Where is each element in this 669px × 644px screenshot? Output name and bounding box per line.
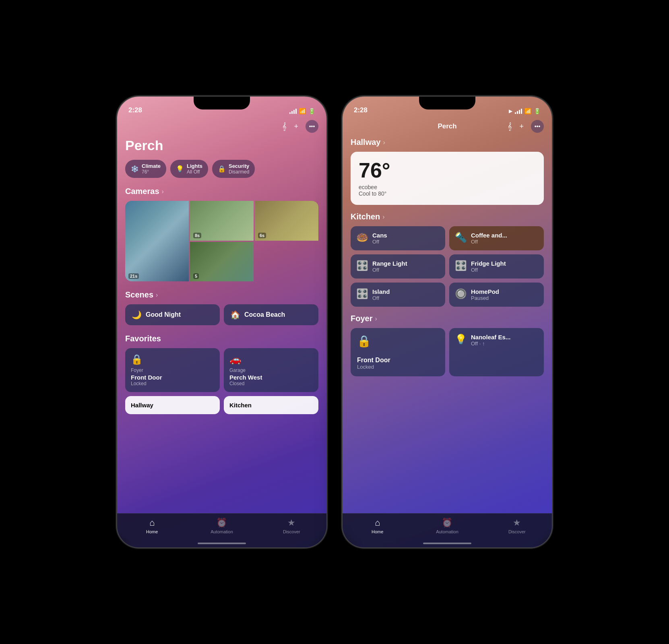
- nav-title-2: Perch: [438, 122, 456, 130]
- nanoleaf-info: Nanoleaf Es... Off · ↑: [471, 334, 538, 347]
- camera-cell-2[interactable]: 8s: [190, 201, 254, 241]
- foyer-section-title: Foyer: [351, 314, 372, 323]
- island-card[interactable]: 🎛️ Island Off: [351, 283, 445, 307]
- front-door-sub: Foyer: [131, 367, 214, 373]
- home-indicator-2: [423, 543, 471, 544]
- cans-status: Off: [372, 239, 440, 245]
- door-info: Front Door Locked: [357, 357, 439, 370]
- discover-tab-label-1: Discover: [283, 529, 300, 534]
- tab-home-2[interactable]: ⌂ Home: [363, 518, 392, 534]
- scenes-header: Scenes ›: [125, 290, 318, 299]
- home-tab-label-1: Home: [146, 529, 158, 534]
- nav-bar-2: Perch 𝄞 + •••: [351, 118, 544, 138]
- cans-card[interactable]: 🍩 Cans Off: [351, 226, 445, 250]
- climate-value: 76°: [142, 169, 161, 175]
- hallway-title: Hallway: [131, 402, 214, 409]
- voice-icon-1[interactable]: 𝄞: [282, 122, 287, 131]
- coffee-card[interactable]: 🔦 Coffee and... Off: [449, 226, 544, 250]
- lights-pill[interactable]: 💡 Lights All Off: [170, 160, 208, 178]
- camera-cell-4[interactable]: 5: [190, 242, 254, 282]
- tab-automation-1[interactable]: ⏰ Automation: [208, 518, 236, 534]
- cocoa-beach-label: Cocoa Beach: [244, 311, 285, 318]
- camera-grid: 21s 8s 6s 5: [125, 201, 318, 281]
- garage-title: Perch West: [229, 374, 313, 381]
- front-door-title: Front Door: [131, 374, 214, 381]
- camera-cell-3[interactable]: 6s: [255, 201, 318, 241]
- kitchen-title: Kitchen: [229, 402, 313, 409]
- climate-pill[interactable]: ❄️ Climate 76°: [125, 160, 166, 178]
- island-title: Island: [372, 288, 440, 295]
- camera-cell-1[interactable]: 21s: [125, 201, 189, 281]
- cameras-chevron[interactable]: ›: [162, 188, 164, 195]
- page-title-1: Perch: [125, 138, 318, 153]
- security-value: Disarmed: [229, 169, 249, 175]
- island-info: Island Off: [372, 288, 440, 301]
- fav-hallway[interactable]: Hallway: [125, 396, 220, 414]
- cameras-title: Cameras: [125, 187, 159, 196]
- garage-icon: 🚗: [229, 354, 313, 365]
- add-icon-2[interactable]: +: [519, 122, 524, 131]
- security-label: Security: [229, 163, 249, 169]
- more-icon-1[interactable]: •••: [306, 120, 318, 133]
- fridge-light-card[interactable]: 🎛️ Fridge Light Off: [449, 254, 544, 279]
- homepod-info: HomePod Paused: [471, 288, 538, 301]
- good-night-label: Good Night: [146, 311, 181, 318]
- scenes-grid: 🌙 Good Night 🏠 Cocoa Beach: [125, 304, 318, 325]
- thermo-mode: Cool to 80°: [359, 190, 536, 197]
- location-icon: ▶: [509, 108, 512, 114]
- foyer-header: Foyer ›: [351, 314, 544, 323]
- tab-discover-1[interactable]: ★ Discover: [277, 518, 306, 534]
- home-tab-icon-2: ⌂: [375, 518, 380, 528]
- coffee-icon: 🔦: [455, 232, 467, 243]
- nav-icons-2: 𝄞 + •••: [508, 120, 544, 133]
- range-light-info: Range Light Off: [372, 260, 440, 273]
- more-icon-2[interactable]: •••: [531, 120, 544, 133]
- category-pills: ❄️ Climate 76° 💡 Lights All Off 🔒 Securi…: [125, 160, 318, 178]
- phone-2: 2:28 ▶ 📶 🔋 Perch 𝄞 + ••• Hall: [343, 97, 552, 547]
- fav-kitchen[interactable]: Kitchen: [224, 396, 318, 414]
- homepod-status: Paused: [471, 295, 538, 301]
- good-night-icon: 🌙: [132, 310, 142, 320]
- home-tab-label-2: Home: [372, 529, 383, 534]
- scenes-chevron[interactable]: ›: [156, 291, 158, 299]
- voice-icon-2[interactable]: 𝄞: [508, 122, 512, 131]
- automation-tab-label-1: Automation: [211, 529, 233, 534]
- kitchen-section: Kitchen › 🍩 Cans Off 🔦 Coffee and...: [351, 212, 544, 307]
- time-2: 2:28: [354, 106, 368, 114]
- hallway-section: Hallway › 76° ecobee Cool to 80°: [351, 138, 544, 205]
- cans-info: Cans Off: [372, 232, 440, 245]
- tab-bar-1: ⌂ Home ⏰ Automation ★ Discover: [117, 513, 326, 547]
- nanoleaf-card[interactable]: 💡 Nanoleaf Es... Off · ↑: [449, 328, 544, 376]
- fav-garage-perch[interactable]: 🚗 Garage Perch West Closed: [224, 348, 318, 392]
- lights-value: All Off: [187, 169, 202, 175]
- kitchen-header: Kitchen ›: [351, 212, 544, 221]
- island-icon: 🎛️: [356, 288, 368, 299]
- homepod-card[interactable]: 🔘 HomePod Paused: [449, 283, 544, 307]
- camera-timestamp-4: 5: [193, 273, 199, 279]
- hallway-chevron[interactable]: ›: [383, 139, 385, 146]
- discover-tab-icon-1: ★: [287, 518, 295, 528]
- fridge-light-icon: 🎛️: [455, 260, 467, 271]
- garage-sub: Garage: [229, 367, 313, 373]
- signal-icon-2: [515, 108, 522, 114]
- tab-bar-2: ⌂ Home ⏰ Automation ★ Discover: [343, 513, 552, 547]
- thermostat-card[interactable]: 76° ecobee Cool to 80°: [351, 152, 544, 205]
- foyer-front-door-card[interactable]: 🔒 Front Door Locked: [351, 328, 445, 376]
- good-night-scene[interactable]: 🌙 Good Night: [125, 304, 220, 325]
- foyer-section: Foyer › 🔒 Front Door Locked 💡 Nanoleaf E…: [351, 314, 544, 376]
- discover-tab-icon-2: ★: [513, 518, 521, 528]
- cocoa-beach-scene[interactable]: 🏠 Cocoa Beach: [224, 304, 318, 325]
- notch-1: [194, 97, 250, 109]
- foyer-chevron[interactable]: ›: [375, 315, 377, 322]
- tab-discover-2[interactable]: ★ Discover: [503, 518, 531, 534]
- security-pill[interactable]: 🔒 Security Disarmed: [212, 160, 255, 178]
- add-icon-1[interactable]: +: [294, 122, 298, 131]
- automation-tab-icon-2: ⏰: [442, 518, 452, 528]
- fav-front-door[interactable]: 🔒 Foyer Front Door Locked: [125, 348, 220, 392]
- kitchen-chevron[interactable]: ›: [382, 213, 384, 221]
- tab-home-1[interactable]: ⌂ Home: [138, 518, 166, 534]
- hallway-header: Hallway ›: [351, 138, 544, 147]
- nanoleaf-title: Nanoleaf Es...: [471, 334, 538, 341]
- tab-automation-2[interactable]: ⏰ Automation: [433, 518, 461, 534]
- range-light-card[interactable]: 🎛️ Range Light Off: [351, 254, 445, 279]
